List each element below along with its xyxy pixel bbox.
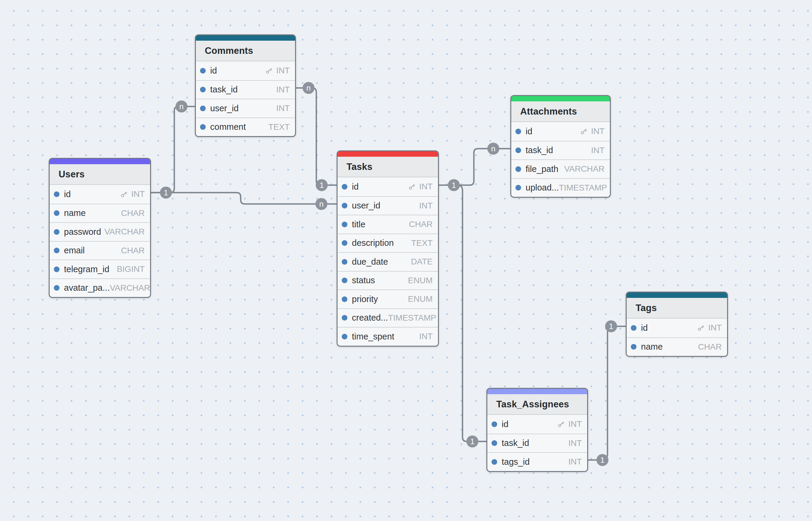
- field-dot-icon: [631, 325, 636, 331]
- primary-key-icon: [579, 127, 588, 136]
- cardinality-badge[interactable]: 1: [316, 179, 328, 191]
- cardinality-badge[interactable]: 1: [466, 435, 478, 448]
- field-dot-icon: [200, 106, 206, 111]
- field-row[interactable]: created... TIMESTAMP: [338, 308, 438, 327]
- field-name: comment: [210, 122, 246, 132]
- er-diagram-canvas[interactable]: 1 n n 1 n 1 n 1 1 1 Comments id INT task…: [0, 0, 812, 521]
- field-type: CHAR: [121, 208, 145, 218]
- field-name: name: [64, 208, 86, 218]
- table-title: Attachments: [511, 101, 610, 122]
- field-name: task_id: [210, 85, 238, 94]
- cardinality-badge[interactable]: n: [316, 198, 327, 210]
- connector-comments-tasks[interactable]: [296, 88, 337, 185]
- field-dot-icon: [515, 166, 521, 172]
- field-dot-icon: [342, 259, 347, 265]
- field-type: BIGINT: [117, 264, 145, 274]
- field-row[interactable]: priority ENUM: [338, 290, 438, 308]
- field-row[interactable]: password VARCHAR: [50, 222, 150, 241]
- field-row[interactable]: upload... TIMESTAMP: [511, 178, 610, 197]
- table-accent-bar: [511, 96, 610, 101]
- table-tasks[interactable]: Tasks id INT user_id INT title CHAR desc…: [337, 151, 439, 347]
- table-tags[interactable]: Tags id INT name CHAR: [626, 292, 728, 357]
- field-row[interactable]: task_id INT: [487, 434, 587, 453]
- field-dot-icon: [342, 222, 347, 227]
- field-row[interactable]: title CHAR: [338, 215, 438, 233]
- field-row[interactable]: comment TEXT: [196, 117, 295, 136]
- table-accent-bar: [338, 151, 438, 157]
- field-row[interactable]: task_id INT: [196, 80, 295, 99]
- field-row[interactable]: status ENUM: [338, 271, 438, 290]
- field-row[interactable]: email CHAR: [50, 241, 150, 260]
- field-dot-icon: [342, 240, 347, 246]
- primary-key-icon: [408, 182, 416, 191]
- field-name: created...: [352, 313, 388, 323]
- field-type: CHAR: [121, 246, 145, 255]
- field-row[interactable]: task_id INT: [511, 141, 610, 160]
- cardinality-badge[interactable]: n: [487, 143, 499, 155]
- field-type: CHAR: [698, 342, 722, 352]
- field-row[interactable]: user_id INT: [338, 196, 438, 215]
- field-type: VARCHAR: [110, 283, 150, 293]
- field-type: INT: [419, 182, 433, 191]
- cardinality-badge[interactable]: n: [303, 82, 315, 94]
- field-row[interactable]: name CHAR: [627, 337, 727, 356]
- field-name: task_id: [502, 438, 529, 448]
- cardinality-badge[interactable]: 1: [605, 320, 617, 332]
- field-dot-icon: [342, 184, 347, 189]
- cardinality-badge[interactable]: 1: [597, 454, 608, 466]
- field-dot-icon: [515, 148, 521, 153]
- field-dot-icon: [54, 248, 60, 253]
- cardinality-badge[interactable]: n: [176, 100, 187, 112]
- field-type: INT: [591, 146, 604, 155]
- field-row[interactable]: tags_id INT: [487, 452, 587, 471]
- field-row[interactable]: file_path VARCHAR: [511, 159, 610, 178]
- field-dot-icon: [515, 129, 521, 134]
- connector-tasks-task-assignees[interactable]: [454, 185, 486, 441]
- field-row[interactable]: id INT: [196, 61, 295, 80]
- field-row[interactable]: due_date DATE: [338, 252, 438, 271]
- field-row[interactable]: id INT: [627, 319, 727, 337]
- connector-tags-task-assignees[interactable]: [588, 326, 626, 460]
- field-name: status: [352, 275, 375, 285]
- field-name: priority: [352, 294, 378, 304]
- field-name: time_spent: [352, 332, 394, 342]
- field-type: CHAR: [409, 220, 433, 229]
- field-row[interactable]: id INT: [511, 122, 610, 141]
- field-row[interactable]: avatar_pa... VARCHAR: [50, 278, 150, 297]
- table-task-assignees[interactable]: Task_Assignees id INT task_id INT tags_i…: [486, 388, 588, 472]
- table-title: Tags: [627, 298, 727, 319]
- table-accent-bar: [196, 35, 295, 41]
- table-attachments[interactable]: Attachments id INT task_id INT file_path…: [510, 95, 611, 198]
- field-row[interactable]: name CHAR: [50, 204, 150, 223]
- field-name: name: [641, 342, 663, 352]
- field-name: email: [64, 246, 85, 255]
- field-row[interactable]: time_spent INT: [338, 327, 438, 346]
- field-row[interactable]: telegram_id BIGINT: [50, 259, 150, 278]
- table-comments[interactable]: Comments id INT task_id INT user_id INT …: [195, 35, 296, 137]
- field-row[interactable]: id INT: [338, 177, 438, 196]
- field-name: id: [210, 66, 217, 76]
- field-row[interactable]: id INT: [50, 185, 150, 204]
- field-type: INT: [419, 201, 433, 210]
- cardinality-badge[interactable]: 1: [448, 179, 460, 191]
- cardinality-badge[interactable]: 1: [160, 187, 172, 199]
- field-type: INT: [708, 323, 722, 333]
- table-accent-bar: [627, 293, 727, 298]
- field-type: INT: [569, 457, 582, 467]
- field-name: avatar_pa...: [64, 283, 110, 293]
- primary-key-icon: [120, 189, 129, 199]
- table-users[interactable]: Users id INT name CHAR password VARCHAR …: [49, 158, 151, 298]
- field-type: INT: [419, 332, 433, 341]
- field-row[interactable]: description TEXT: [338, 233, 438, 252]
- field-name: tags_id: [502, 457, 530, 467]
- field-row[interactable]: id INT: [487, 415, 587, 434]
- field-dot-icon: [631, 344, 636, 349]
- connector-users-comments[interactable]: [151, 107, 195, 192]
- connector-tasks-attachments[interactable]: [439, 149, 510, 185]
- field-name: description: [352, 238, 394, 248]
- connector-users-tasks[interactable]: [151, 192, 337, 204]
- field-row[interactable]: user_id INT: [196, 99, 295, 117]
- field-dot-icon: [54, 285, 60, 291]
- field-dot-icon: [54, 267, 60, 272]
- field-dot-icon: [54, 210, 60, 216]
